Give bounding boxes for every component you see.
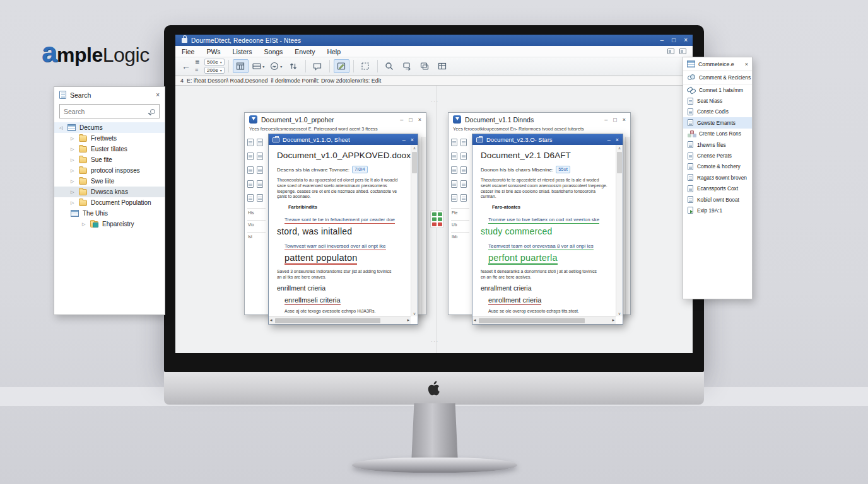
table-view-button[interactable] [233, 59, 249, 73]
minimize-button[interactable]: – [607, 137, 611, 143]
panel-item-conste-codis[interactable]: Conste Codis [683, 107, 752, 117]
zoom-dropdown-top[interactable]: 500e▾ [204, 59, 225, 66]
expand-arrow-icon[interactable]: ▷ [71, 200, 75, 205]
copy-doc-button[interactable] [417, 59, 433, 73]
close-icon[interactable]: × [745, 61, 748, 67]
scroll-right-icon[interactable]: ▸ [612, 318, 614, 323]
tree-item-sue-fite[interactable]: ▷ Sue fite [54, 154, 165, 165]
menu-songs[interactable]: Songs [264, 48, 283, 55]
scroll-left-icon[interactable]: ◂ [270, 318, 273, 323]
page-icon[interactable] [451, 153, 457, 160]
tree-item-frettwets[interactable]: ▷ Frettwets [54, 133, 165, 144]
page-icon[interactable] [451, 180, 457, 188]
sort-arrows-button[interactable] [286, 59, 302, 73]
panel-item-gewste-emamts[interactable]: Gewste Emamts [683, 117, 752, 128]
menu-pws[interactable]: PWs [206, 48, 220, 55]
panel-item-crente-lons-rons[interactable]: Crente Lons Rons [683, 129, 752, 139]
page-icon[interactable] [460, 166, 467, 174]
page-icon[interactable] [247, 194, 254, 202]
close-button[interactable]: × [411, 137, 414, 143]
divider-handle-top[interactable]: ∙∙∙ [431, 98, 439, 104]
page-icon[interactable] [247, 180, 254, 188]
panel-item-1hewns-files[interactable]: 1hewns files [683, 139, 752, 150]
maximize-button[interactable]: □ [409, 117, 412, 123]
scroll-down-icon[interactable]: ∨ [616, 311, 623, 316]
expand-arrow-icon[interactable]: ▷ [71, 158, 75, 163]
menu-fiee[interactable]: Fiee [182, 48, 194, 55]
tree-item-the-uhis[interactable]: The Uhis [54, 208, 165, 219]
close-button[interactable]: × [684, 37, 688, 43]
scroll-thumb[interactable] [275, 318, 380, 323]
expand-arrow-icon[interactable]: ▷ [71, 179, 75, 184]
scroll-left-icon[interactable]: ◂ [474, 318, 476, 323]
meta-badge[interactable]: 7I0I4 [352, 166, 368, 173]
dock-right-icon[interactable] [679, 49, 686, 54]
close-icon[interactable]: × [156, 91, 160, 98]
export-doc-button[interactable] [399, 59, 415, 73]
minimize-button[interactable]: – [400, 117, 403, 123]
scroll-thumb[interactable] [479, 318, 585, 323]
scroll-thumb[interactable] [412, 152, 417, 173]
menu-envety[interactable]: Envety [295, 48, 315, 55]
page-icon[interactable] [247, 166, 254, 174]
horizontal-scrollbar[interactable]: ◂ ▸ [269, 316, 411, 324]
tree-item-decums[interactable]: ◁ Decums [54, 122, 165, 133]
selection-frame-button[interactable] [358, 59, 373, 73]
page-icon[interactable] [451, 139, 457, 146]
expand-arrow-icon[interactable]: ▷ [71, 168, 75, 173]
search-tool-button[interactable] [382, 59, 397, 73]
page-icon[interactable] [257, 153, 263, 160]
tree-item-document-population[interactable]: ▷ Document Population [54, 197, 165, 208]
meta-badge[interactable]: 55ut [556, 166, 570, 173]
menu-listers[interactable]: Listers [233, 48, 252, 55]
dock-left-icon[interactable] [667, 49, 674, 54]
panel-item-seat-niass[interactable]: Seat Niass [683, 95, 752, 106]
splitter-grid-handle[interactable] [430, 210, 443, 228]
page-icon[interactable] [257, 166, 263, 174]
doc-window-1-scrollbar[interactable] [421, 137, 426, 314]
page-icon[interactable] [257, 139, 263, 146]
page-icon[interactable] [257, 180, 263, 188]
scroll-thumb[interactable] [617, 152, 622, 173]
search-icon[interactable] [150, 109, 155, 114]
panel-item-kobiel-ownt-booat[interactable]: Kobiel ownt Booat [683, 194, 752, 205]
edit-note-button[interactable] [334, 59, 349, 73]
page-icon[interactable] [451, 166, 457, 174]
tree-item-ehpareistry[interactable]: ▷ Ehpareistry [54, 219, 165, 229]
expand-arrow-icon[interactable]: ▷ [82, 222, 86, 227]
tracked-change-link[interactable]: Townvest warr acil ineversed over all on… [284, 243, 386, 250]
table-insert-button[interactable] [435, 59, 450, 73]
horizontal-scrollbar[interactable]: ◂ ▸ [472, 316, 616, 324]
tree-item-dvwsca-knas[interactable]: ▷ Dvwsca knas [54, 187, 165, 197]
doc-window-2-titlebar[interactable]: Document_v1.1 Dinnds – □ × [449, 113, 630, 126]
divider-handle-bottom[interactable]: ∙∙∙ [431, 338, 439, 344]
page-icon[interactable] [460, 194, 467, 202]
scroll-up-icon[interactable]: ∧ [411, 146, 418, 150]
search-input[interactable] [64, 108, 148, 115]
close-button[interactable]: × [616, 137, 619, 143]
panel-item-comment-reciciens[interactable]: Comment & Reciciens [683, 71, 752, 84]
page-icon[interactable] [460, 180, 467, 188]
collapse-arrow-icon[interactable]: ◁ [59, 125, 64, 130]
minimize-button[interactable]: – [660, 37, 664, 43]
page-icon[interactable] [460, 139, 467, 146]
tree-item-swe-liite[interactable]: ▷ Swe liite [54, 176, 165, 187]
list-icon[interactable]: ≡ [195, 67, 202, 73]
tracked-change-link[interactable]: Treave sont te be in fehachement por cea… [284, 217, 395, 224]
panel-item-exip-19a1[interactable]: Exip 19A:1 [683, 205, 752, 216]
scroll-up-icon[interactable]: ∧ [616, 146, 623, 150]
tracked-change-link[interactable]: Tronme use to bve bellaex on cod nxt vee… [488, 217, 599, 224]
tree-item-protocol-insposes[interactable]: ▷ protocol insposes [54, 165, 165, 176]
tree-item-euster-tilates[interactable]: ▷ Euster tilates [54, 144, 165, 154]
doc-window-1-titlebar[interactable]: Document_v1.0_prpoher – □ × [245, 113, 426, 126]
panel-item-cnense-perats[interactable]: Cnense Perats [683, 150, 752, 161]
zoom-dropdown-bottom[interactable]: 200e▾ [204, 67, 225, 74]
menu-help[interactable]: Help [327, 48, 341, 55]
expand-arrow-icon[interactable]: ▷ [71, 136, 75, 141]
panel-item-comote-hochery[interactable]: Comote & hochery [683, 161, 752, 172]
expand-arrow-icon[interactable]: ▷ [71, 190, 75, 195]
inner-doc-window-2-titlebar[interactable]: Document_v2.3.O- Stars – × [472, 134, 623, 145]
page-icon[interactable] [460, 153, 467, 160]
back-button[interactable]: ← [179, 61, 193, 71]
minimize-button[interactable]: – [604, 117, 607, 123]
